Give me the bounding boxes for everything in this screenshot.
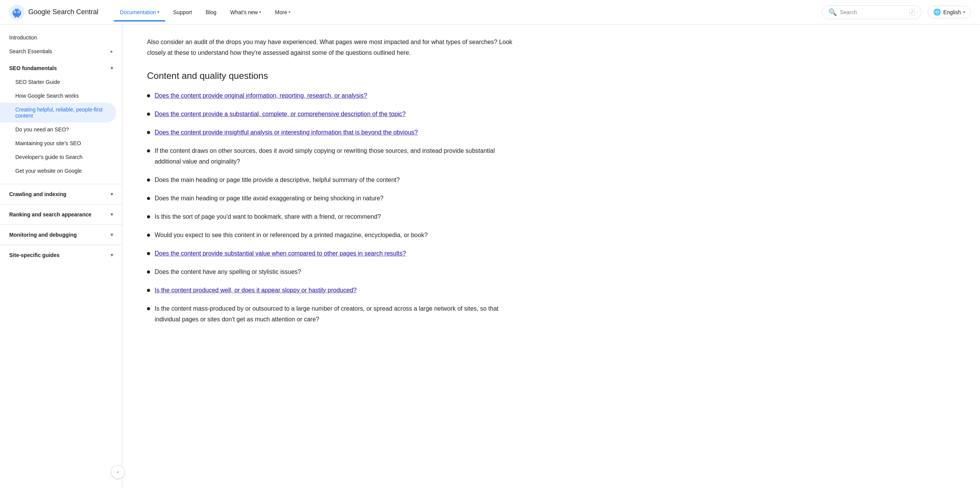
language-chevron-icon: ▾ <box>963 10 965 14</box>
bullet-link-text[interactable]: Does the content provide insightful anal… <box>155 127 418 138</box>
main-content: Also consider an audit of the drops you … <box>122 25 544 357</box>
documentation-chevron-icon: ▾ <box>157 10 159 14</box>
bullet-text: Does the main heading or page title prov… <box>155 175 400 185</box>
sidebar-item-seo-starter-guide[interactable]: SEO Starter Guide <box>0 75 122 89</box>
bullet-dot <box>147 94 150 97</box>
svg-rect-9 <box>20 11 21 14</box>
sidebar-divider-1 <box>0 184 122 184</box>
svg-point-4 <box>15 11 16 12</box>
nav-documentation[interactable]: Documentation ▾ <box>114 6 165 18</box>
svg-rect-6 <box>15 16 16 18</box>
bullet-text: Does the content have any spelling or st… <box>155 267 301 277</box>
svg-rect-10 <box>15 8 16 10</box>
svg-rect-8 <box>13 11 14 14</box>
bullet-link-text[interactable]: Is the content produced well, or does it… <box>155 285 356 296</box>
sidebar-item-how-google-search-works[interactable]: How Google Search works <box>0 89 122 103</box>
search-icon: 🔍 <box>828 8 837 16</box>
sidebar-item-do-you-need-seo[interactable]: Do you need an SEO? <box>0 123 122 136</box>
list-item: Does the content provide original inform… <box>147 90 519 101</box>
search-placeholder-text: Search <box>840 9 906 15</box>
bullet-text: Is this the sort of page you'd want to b… <box>155 211 381 222</box>
sidebar-item-creating-helpful-content[interactable]: Creating helpful, reliable, people-first… <box>0 103 116 123</box>
list-item: Is the content produced well, or does it… <box>147 285 519 296</box>
whats-new-chevron-icon: ▾ <box>259 10 261 14</box>
bullet-dot <box>147 252 150 255</box>
bullet-text: Is the content mass-produced by or outso… <box>155 303 519 325</box>
list-item: Is the content mass-produced by or outso… <box>147 303 519 325</box>
svg-rect-11 <box>17 8 18 10</box>
logo-icon <box>9 5 24 20</box>
sidebar-item-monitoring-debugging[interactable]: Monitoring and debugging ▾ <box>0 228 122 242</box>
list-item: Does the content provide substantial val… <box>147 248 519 259</box>
svg-point-5 <box>18 11 20 12</box>
monitoring-debugging-chevron-icon: ▾ <box>111 232 113 237</box>
sidebar-item-site-specific-guides[interactable]: Site-specific guides ▾ <box>0 248 122 262</box>
sidebar-item-ranking-search-appearance[interactable]: Ranking and search appearance ▾ <box>0 208 122 221</box>
bullet-dot <box>147 234 150 237</box>
nav-support[interactable]: Support <box>167 6 198 18</box>
bullet-link-text[interactable]: Does the content provide a substantial, … <box>155 109 405 120</box>
list-item: Does the content provide insightful anal… <box>147 127 519 138</box>
sidebar-divider-3 <box>0 224 122 225</box>
bullet-link-text[interactable]: Does the content provide original inform… <box>155 90 367 101</box>
bullet-dot <box>147 113 150 116</box>
list-item: Does the content provide a substantial, … <box>147 109 519 120</box>
list-item: Does the main heading or page title prov… <box>147 175 519 185</box>
page-layout: Introduction Search Essentials ▸ SEO fun… <box>0 25 980 357</box>
bullet-dot <box>147 149 150 152</box>
header-right: 🔍 Search / 🌐 English ▾ <box>822 5 971 19</box>
site-specific-chevron-icon: ▾ <box>111 252 113 258</box>
bullet-list: Does the content provide original inform… <box>147 90 519 325</box>
bullet-dot <box>147 307 150 310</box>
bullet-dot <box>147 178 150 182</box>
main-nav: Documentation ▾ Support Blog What's new … <box>114 6 822 18</box>
bullet-dot <box>147 197 150 200</box>
bullet-dot <box>147 289 150 292</box>
bullet-text: Does the main heading or page title avoi… <box>155 193 384 204</box>
bullet-link-text[interactable]: Does the content provide substantial val… <box>155 248 406 259</box>
more-chevron-icon: ▾ <box>289 10 291 14</box>
language-button[interactable]: 🌐 English ▾ <box>928 6 971 18</box>
search-essentials-chevron-icon: ▸ <box>111 49 113 54</box>
sidebar-divider-4 <box>0 245 122 245</box>
svg-rect-7 <box>18 16 19 18</box>
sidebar-divider-2 <box>0 204 122 205</box>
globe-icon: 🌐 <box>933 8 941 16</box>
sidebar-item-seo-fundamentals[interactable]: SEO fundamentals ▾ <box>0 61 122 75</box>
logo-link[interactable]: Google Search Central <box>9 5 98 20</box>
ranking-search-chevron-icon: ▾ <box>111 212 113 217</box>
sidebar-item-get-website-google[interactable]: Get your website on Google <box>0 164 122 178</box>
list-item: Does the main heading or page title avoi… <box>147 193 519 204</box>
sidebar-item-crawling-indexing[interactable]: Crawling and indexing ▾ <box>0 187 122 201</box>
crawling-indexing-chevron-icon: ▾ <box>111 192 113 197</box>
sidebar-item-maintaining-seo[interactable]: Maintaining your site's SEO <box>0 136 122 150</box>
search-shortcut-key: / <box>909 9 915 16</box>
list-item: Is this the sort of page you'd want to b… <box>147 211 519 222</box>
seo-fundamentals-chevron-icon: ▾ <box>111 66 113 71</box>
search-box[interactable]: 🔍 Search / <box>822 5 921 19</box>
nav-whats-new[interactable]: What's new ▾ <box>224 6 267 18</box>
section-title: Content and quality questions <box>147 70 519 81</box>
sidebar: Introduction Search Essentials ▸ SEO fun… <box>0 25 122 357</box>
list-item: Would you expect to see this content in … <box>147 230 519 241</box>
site-header: Google Search Central Documentation ▾ Su… <box>0 0 980 25</box>
nav-blog[interactable]: Blog <box>199 6 222 18</box>
sidebar-item-developers-guide[interactable]: Developer's guide to Search <box>0 150 122 164</box>
sidebar-item-search-essentials[interactable]: Search Essentials ▸ <box>0 44 122 58</box>
bullet-text: Would you expect to see this content in … <box>155 230 428 241</box>
language-label: English <box>943 9 961 15</box>
svg-point-1 <box>13 9 21 17</box>
intro-paragraph: Also consider an audit of the drops you … <box>147 37 519 58</box>
bullet-text: If the content draws on other sources, d… <box>155 146 519 167</box>
nav-more[interactable]: More ▾ <box>269 6 297 18</box>
list-item: Does the content have any spelling or st… <box>147 267 519 277</box>
sidebar-item-introduction[interactable]: Introduction <box>0 31 122 44</box>
list-item: If the content draws on other sources, d… <box>147 146 519 167</box>
bullet-dot <box>147 215 150 218</box>
logo-text: Google Search Central <box>28 8 98 16</box>
bullet-dot <box>147 131 150 134</box>
bullet-dot <box>147 270 150 273</box>
